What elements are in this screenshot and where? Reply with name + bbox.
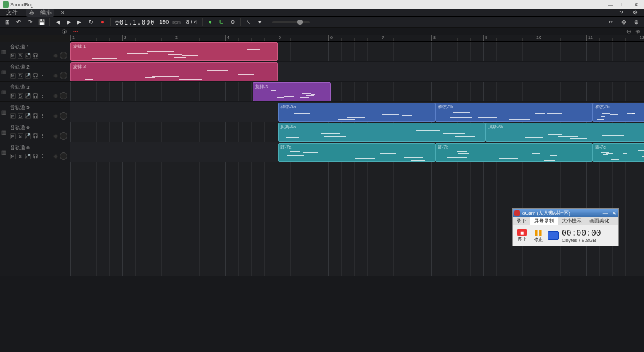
time-signature[interactable]: 8 / 4 — [184, 19, 200, 25]
track-color-dot[interactable] — [53, 54, 58, 58]
recorder-tab-2[interactable]: 大小提示 — [558, 217, 586, 225]
recorder-tab-3[interactable]: 画面美化 — [586, 217, 613, 225]
track-name[interactable]: 音轨道 6 — [10, 144, 67, 151]
pan-knob[interactable] — [60, 152, 67, 160]
recorder-pause-button[interactable]: ▮▮ 停止 — [531, 229, 545, 242]
track-color-dot[interactable] — [53, 94, 58, 98]
rec-arm-button[interactable]: 🎤 — [25, 73, 31, 79]
play-button[interactable]: ▶ — [64, 18, 74, 26]
track-lane[interactable] — [70, 82, 644, 102]
transport-position[interactable]: 001.1.000 — [113, 19, 157, 26]
monitor-button[interactable]: 🎧 — [33, 133, 38, 139]
undo-button[interactable]: ↶ — [14, 18, 24, 26]
tempo-value[interactable]: 150 — [158, 19, 170, 25]
monitor-button[interactable]: 🎧 — [33, 53, 38, 59]
track-color-dot[interactable] — [53, 134, 58, 139]
zoom-slider-knob[interactable] — [297, 20, 303, 25]
midi-clip[interactable]: 鼓-7a — [278, 143, 435, 162]
more-icon[interactable]: ⋮ — [40, 73, 45, 78]
instrument-icon[interactable]: ▥ — [0, 142, 8, 162]
pan-knob[interactable] — [60, 132, 67, 140]
zoom-out-button[interactable]: ⊖ — [619, 18, 629, 26]
recorder-tab-1[interactable]: 屏幕录制 — [530, 217, 558, 225]
track-name[interactable]: 音轨道 3 — [10, 84, 67, 91]
instrument-icon[interactable]: ▥ — [0, 62, 8, 82]
pan-knob[interactable] — [60, 92, 67, 99]
automation-toggle-icon[interactable] — [62, 29, 67, 34]
tool-menu[interactable]: ▾ — [255, 18, 265, 26]
monitor-button[interactable]: 🎧 — [33, 154, 38, 159]
track-header[interactable]: 音轨道 2MS🎤🎧⋮ — [0, 62, 70, 82]
instrument-icon[interactable]: ▥ — [0, 82, 8, 102]
mute-button[interactable]: M — [10, 93, 16, 99]
rec-arm-button[interactable]: 🎤 — [25, 113, 31, 119]
loop-mode-button[interactable]: ∞ — [606, 18, 616, 26]
track-header[interactable]: 音轨道 3MS🎤🎧⋮ — [0, 82, 70, 102]
zoom-in-h-icon[interactable]: ⊕ — [635, 28, 640, 35]
pan-knob[interactable] — [60, 72, 67, 79]
midi-clip[interactable]: 旋律-1 — [70, 42, 278, 61]
zoom-out-h-icon[interactable]: ⊖ — [626, 28, 631, 35]
track-header[interactable]: 音轨道 1MS🎤🎧⋮ — [0, 42, 70, 62]
go-start-button[interactable]: |◀ — [52, 18, 62, 26]
track-color-dot[interactable] — [53, 74, 58, 78]
track-header[interactable]: 音轨道 6MS🎤🎧⋮ — [0, 142, 70, 162]
record-button[interactable]: ● — [97, 18, 108, 26]
mute-button[interactable]: M — [10, 53, 16, 59]
loop-button[interactable]: ↻ — [86, 18, 96, 26]
screen-recorder-window[interactable]: oCam (人人素材社区) — ✕ 录下 屏幕录制 大小提示 画面美化 ■ 停止… — [512, 208, 619, 246]
mute-button[interactable]: M — [10, 133, 16, 139]
tab-close-icon[interactable]: ✕ — [60, 10, 65, 16]
midi-clip[interactable]: 和弦-5c — [592, 103, 644, 122]
track-header[interactable]: 音轨道 5MS🎤🎧⋮ — [0, 102, 70, 122]
midi-clip[interactable]: 贝斯-6b — [486, 123, 644, 142]
pan-knob[interactable] — [60, 112, 67, 120]
tab-arrange[interactable]: 布…编排 — [26, 9, 54, 17]
more-icon[interactable]: ⋮ — [40, 93, 45, 98]
more-icon[interactable]: ⋮ — [40, 53, 45, 58]
timeline-ruler[interactable]: 123456789101112 — [70, 35, 644, 42]
window-maximize-button[interactable]: ☐ — [618, 2, 629, 8]
monitor-button[interactable]: 🎧 — [33, 113, 38, 119]
track-color-dot[interactable] — [53, 114, 58, 118]
solo-button[interactable]: S — [18, 73, 23, 79]
instrument-icon[interactable]: ▥ — [0, 42, 8, 62]
save-button[interactable]: 💾 — [36, 18, 47, 26]
metronome-button[interactable]: ▾ — [205, 18, 215, 26]
midi-clip[interactable]: 旋律-3 — [253, 82, 331, 101]
go-end-button[interactable]: ▶| — [75, 18, 85, 26]
solo-button[interactable]: S — [18, 113, 23, 119]
rec-arm-button[interactable]: 🎤 — [25, 93, 31, 99]
more-icon[interactable]: ⋮ — [40, 133, 45, 139]
settings-button[interactable]: ⚙ — [630, 8, 640, 17]
more-icon[interactable]: ⋮ — [40, 113, 45, 118]
panel-toggle-button[interactable]: ⊞ — [3, 18, 13, 26]
recorder-close-button[interactable]: ✕ — [612, 210, 616, 216]
magnet-button[interactable]: ⧲ — [228, 18, 238, 26]
track-name[interactable]: 音轨道 1 — [10, 43, 67, 50]
instrument-icon[interactable]: ▥ — [0, 102, 8, 122]
track-color-dot[interactable] — [53, 154, 58, 159]
monitor-button[interactable]: 🎧 — [33, 93, 38, 99]
window-close-button[interactable]: ✕ — [630, 2, 641, 8]
track-name[interactable]: 音轨道 6 — [10, 124, 67, 131]
snap-button[interactable]: U — [216, 18, 226, 26]
redo-button[interactable]: ↷ — [25, 18, 35, 26]
recorder-titlebar[interactable]: oCam (人人素材社区) — ✕ — [513, 209, 618, 217]
midi-clip[interactable]: 和弦-5a — [278, 103, 435, 122]
track-name[interactable]: 音轨道 2 — [10, 64, 67, 71]
midi-clip[interactable]: 旋律-2 — [70, 62, 278, 81]
more-icon[interactable]: ⋮ — [40, 154, 45, 159]
rec-arm-button[interactable]: 🎤 — [25, 53, 31, 59]
window-minimize-button[interactable]: — — [605, 2, 616, 8]
instrument-icon[interactable]: ▥ — [0, 122, 8, 142]
monitor-button[interactable]: 🎧 — [33, 73, 38, 79]
recorder-record-button[interactable]: ■ 停止 — [515, 229, 529, 242]
pan-knob[interactable] — [60, 52, 67, 59]
pointer-tool[interactable]: ↖ — [243, 18, 253, 26]
help-button[interactable]: ? — [616, 8, 626, 17]
midi-clip[interactable]: 鼓-7b — [435, 143, 592, 162]
zoom-in-button[interactable]: ⊕ — [631, 18, 641, 26]
menu-file[interactable]: 文件 — [4, 9, 20, 17]
midi-clip[interactable]: 鼓-7c — [592, 143, 644, 162]
